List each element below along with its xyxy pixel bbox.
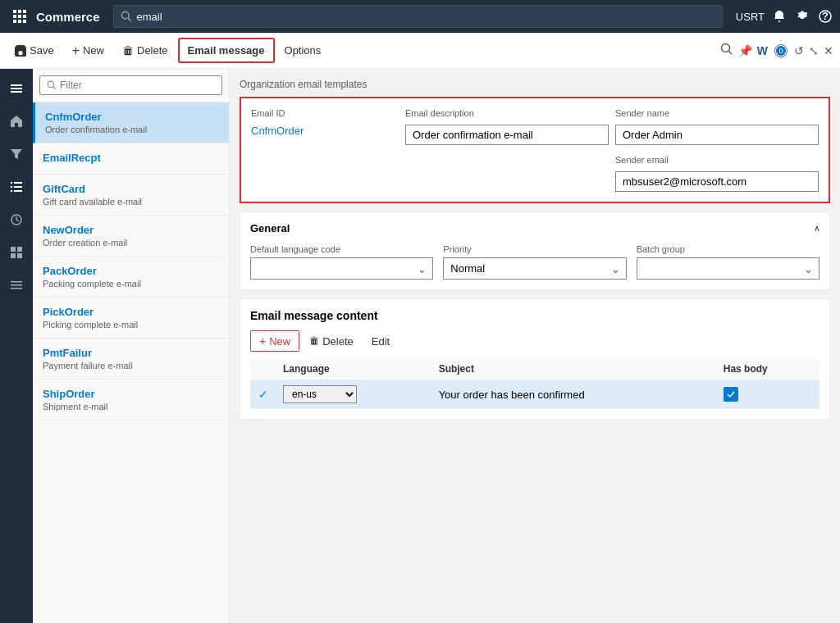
sidebar-home-icon[interactable]: [3, 108, 30, 134]
th-language[interactable]: Language: [276, 358, 432, 380]
close-icon[interactable]: ✕: [824, 44, 833, 57]
filter-input[interactable]: [60, 80, 215, 91]
filter-input-wrap[interactable]: [39, 75, 222, 95]
help-icon[interactable]: ?: [817, 8, 833, 25]
content-edit-button[interactable]: Edit: [363, 332, 398, 351]
gear-icon[interactable]: [794, 8, 810, 25]
user-label: USRT: [736, 11, 765, 23]
pin-icon[interactable]: 📌: [738, 44, 752, 57]
svg-point-34: [48, 81, 54, 88]
email-message-label: Email message: [188, 44, 265, 57]
svg-rect-27: [11, 247, 16, 252]
list-item[interactable]: ShipOrder Shipment e-mail: [33, 380, 229, 421]
content-section-title: Email message content: [250, 309, 819, 322]
sidebar-menu-icon[interactable]: [3, 272, 30, 298]
row-language-cell: en-us: [276, 380, 432, 409]
word-icon[interactable]: W: [757, 44, 768, 57]
content-new-label: New: [269, 335, 290, 348]
row-check-cell: ✓: [250, 380, 276, 409]
delete-button[interactable]: Delete: [114, 39, 176, 61]
content-edit-label: Edit: [372, 335, 390, 348]
priority-label: Priority: [443, 244, 626, 254]
sidebar-list-icon[interactable]: [3, 174, 30, 200]
apps-icon[interactable]: [7, 3, 33, 30]
template-section: Organization email templates Email ID Cn…: [240, 79, 830, 203]
content-delete-label: Delete: [322, 335, 354, 348]
expand-icon[interactable]: ⤡: [809, 44, 819, 57]
list-item[interactable]: PickOrder Picking complete e-mail: [33, 298, 229, 339]
sidebar-clock-icon[interactable]: [3, 207, 30, 233]
svg-rect-19: [14, 182, 22, 184]
list-item[interactable]: CnfmOrder Order confirmation e-mail: [33, 102, 229, 143]
list-item[interactable]: PmtFailur Payment failure e-mail: [33, 339, 229, 380]
svg-rect-5: [23, 15, 26, 18]
bell-icon[interactable]: [771, 8, 788, 25]
options-button[interactable]: Options: [276, 39, 330, 61]
email-desc-col: Email description: [405, 108, 609, 192]
command-bar: Save + New Delete Email message Options …: [0, 33, 840, 69]
list-item[interactable]: GiftCard Gift card available e-mail: [33, 175, 229, 216]
batch-group-select-wrap: [637, 257, 819, 280]
sender-name-input[interactable]: [615, 125, 819, 145]
svg-rect-16: [11, 88, 22, 89]
default-language-select[interactable]: [250, 257, 433, 280]
svg-rect-6: [13, 20, 16, 23]
default-language-select-wrap: [250, 257, 433, 280]
content-new-button[interactable]: + New: [250, 330, 299, 352]
svg-rect-33: [11, 288, 22, 289]
general-collapse-icon[interactable]: ∧: [814, 224, 819, 233]
sender-col: Sender name Sender email: [615, 108, 819, 192]
email-message-content-section: Email message content + New Delete Edit: [240, 298, 830, 420]
list-item[interactable]: EmailRecpt: [33, 143, 229, 175]
svg-line-26: [16, 220, 19, 221]
sidebar-filter-icon[interactable]: [3, 141, 30, 167]
sender-name-label: Sender name: [615, 108, 819, 118]
email-desc-input[interactable]: [405, 125, 609, 145]
svg-rect-20: [11, 186, 12, 188]
search-icon[interactable]: [720, 43, 733, 58]
list-item[interactable]: NewOrder Order creation e-mail: [33, 216, 229, 257]
svg-rect-18: [11, 182, 12, 184]
batch-group-group: Batch group: [637, 244, 819, 280]
save-label: Save: [30, 44, 54, 57]
th-has-body[interactable]: Has body: [717, 358, 819, 380]
svg-line-14: [728, 52, 732, 55]
sender-email-input[interactable]: [615, 171, 819, 192]
svg-point-9: [121, 11, 129, 19]
notification-badge: 0: [773, 43, 789, 59]
general-header: General ∧: [250, 222, 819, 234]
batch-group-select[interactable]: [637, 257, 819, 280]
email-id-value[interactable]: CnfmOrder: [251, 125, 399, 137]
save-button[interactable]: Save: [7, 39, 62, 61]
sidebar-grid-icon[interactable]: [3, 239, 30, 266]
svg-rect-7: [18, 20, 21, 23]
content-delete-button[interactable]: Delete: [301, 332, 362, 351]
th-subject[interactable]: Subject: [432, 358, 717, 380]
refresh-icon[interactable]: ↺: [794, 44, 804, 57]
email-message-button[interactable]: Email message: [178, 38, 275, 63]
email-id-col: Email ID CnfmOrder: [251, 108, 399, 192]
new-button[interactable]: + New: [64, 39, 112, 62]
sidebar-icons: [0, 69, 33, 623]
svg-rect-23: [14, 190, 22, 192]
svg-rect-29: [11, 253, 16, 258]
search-input[interactable]: [137, 11, 715, 23]
template-fields: Email ID CnfmOrder Email description Sen…: [240, 97, 830, 203]
content-table: Language Subject Has body ✓ en-us: [250, 358, 819, 409]
language-select[interactable]: en-us: [283, 385, 357, 403]
svg-rect-2: [23, 10, 26, 13]
svg-rect-21: [14, 186, 22, 188]
svg-rect-4: [18, 15, 21, 18]
row-subject-cell: Your order has been confirmed: [432, 380, 717, 409]
svg-rect-31: [11, 281, 22, 283]
default-language-label: Default language code: [250, 244, 433, 254]
sidebar-hamburger-icon[interactable]: [3, 75, 30, 102]
global-search[interactable]: [113, 5, 723, 28]
priority-select[interactable]: Normal High Low: [443, 257, 626, 280]
list-filter: [33, 69, 229, 102]
list-items: CnfmOrder Order confirmation e-mail Emai…: [33, 102, 229, 623]
row-has-body-cell: [717, 380, 819, 409]
table-row[interactable]: ✓ en-us Your order has been confirmed: [250, 380, 819, 409]
svg-rect-30: [17, 253, 22, 258]
list-item[interactable]: PackOrder Packing complete e-mail: [33, 257, 229, 298]
